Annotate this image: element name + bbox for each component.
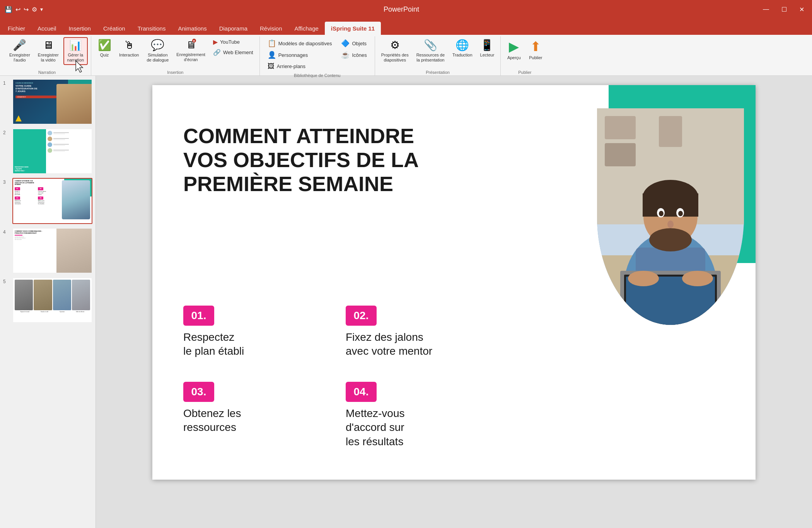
library-col2: 🔷 Objets ☕ Icônes (336, 37, 371, 72)
lecteur-icon: 📱 (480, 39, 494, 51)
quiz-label: Quiz (100, 53, 109, 58)
svg-point-16 (667, 220, 674, 228)
tab-revision[interactable]: Révision (254, 22, 288, 35)
publier-buttons: ▶ Aperçu ⬆ Publier (504, 37, 546, 69)
slide-item-text-03: Obtenez lesressources (183, 407, 315, 435)
slide-thumb-1[interactable]: COURS DE BIENVENUE VOTRE GUIDED'INTÉGRAT… (12, 79, 92, 125)
slide-item-2[interactable]: 2 BIENVENUE DANSL'ÉQUIPEMARKETING ! (3, 128, 92, 174)
objets-label: Objets (352, 41, 367, 46)
lecteur-button[interactable]: 📱 Lecteur (477, 37, 498, 59)
slide-item-04: 04. Mettez-vousd'accord surles résultats (346, 382, 477, 449)
slide-item-4[interactable]: 4 COMMENT NOUS COMMUNIQUONS :PRINCIPES F… (3, 228, 92, 273)
apercu-button[interactable]: ▶ Aperçu (504, 37, 524, 62)
slide-item-1[interactable]: 1 COURS DE BIENVENUE VOTRE GUIDED'INTÉGR… (3, 79, 92, 125)
slide-canvas[interactable]: COMMENT ATTEINDRE VOS OBJECTIFS DE LA PR… (152, 85, 756, 480)
app-title: PowerPoint (384, 5, 419, 14)
slide-thumb-2[interactable]: BIENVENUE DANSL'ÉQUIPEMARKETING ! (12, 128, 92, 174)
enregistrer-video-button[interactable]: 🖥 Enregistrerla vidéo (35, 37, 62, 64)
settings-icon[interactable]: ⚙ (32, 6, 37, 13)
slide-item-01: 01. Respectezle plan établi (183, 306, 315, 359)
slide-badge-04: 04. (346, 382, 377, 402)
tab-creation[interactable]: Création (97, 22, 131, 35)
personnages-button[interactable]: 👤 Personnages (264, 50, 335, 60)
tab-fichier[interactable]: Fichier (2, 22, 31, 35)
minimize-button[interactable]: — (760, 5, 772, 14)
enregistrer-audio-button[interactable]: 🎤 Enregistrerl'audio (6, 37, 33, 64)
arriere-plans-button[interactable]: 🖼 Arriere-plans (264, 61, 335, 72)
apercu-icon: ▶ (509, 39, 519, 54)
apercu-label: Aperçu (507, 55, 521, 60)
slide-thumb-5[interactable]: Espace de travail Snacks et café Gymnase… (12, 277, 92, 323)
youtube-button[interactable]: ▶ YouTube (210, 37, 256, 47)
publier-icon: ⬆ (530, 39, 541, 54)
traduction-icon: 🌐 (455, 39, 469, 51)
publier-label: Publier (529, 55, 542, 60)
svg-point-11 (649, 228, 692, 251)
microphone-icon: 🎤 (13, 39, 26, 51)
save-icon[interactable]: 💾 (5, 6, 12, 13)
ribbon-toolbar: 🎤 Enregistrerl'audio 🖥 Enregistrerla vid… (0, 35, 812, 76)
slide-item-text-04: Mettez-vousd'accord surles résultats (346, 407, 477, 449)
tab-accueil[interactable]: Accueil (31, 22, 62, 35)
slide-item-3[interactable]: 3 COMMENT ATTEINDRE VOSOBJECTIFS DE LA P… (3, 178, 92, 224)
slide-thumb-3[interactable]: COMMENT ATTEINDRE VOSOBJECTIFS DE LA PRE… (12, 178, 92, 224)
tab-animations[interactable]: Animations (172, 22, 213, 35)
man-photo-svg (597, 108, 744, 325)
publier-label: Publier (504, 69, 546, 75)
icones-button[interactable]: ☕ Icônes (338, 50, 370, 60)
bibliotheque-label: Bibliothèque de Contenu (263, 72, 372, 79)
publier-button[interactable]: ⬆ Publier (525, 37, 546, 62)
traduction-label: Traduction (452, 53, 473, 58)
tab-affichage[interactable]: Affichage (288, 22, 325, 35)
web-element-label: Web Element (223, 50, 253, 55)
ribbon-tabs: Fichier Accueil Insertion Création Trans… (0, 19, 812, 35)
slide-thumb-inner-3: COMMENT ATTEINDRE VOSOBJECTIFS DE LA PRE… (13, 179, 92, 223)
video-icon: 🖥 (43, 39, 54, 51)
personnages-label: Personnages (278, 52, 308, 58)
objets-button[interactable]: 🔷 Objets (338, 38, 370, 49)
link-icon: 🔗 (213, 49, 221, 56)
tab-ispring[interactable]: iSpring Suite 11 (325, 22, 381, 35)
undo-icon[interactable]: ↩ (15, 6, 20, 13)
tab-insertion[interactable]: Insertion (62, 22, 97, 35)
close-button[interactable]: ✕ (796, 5, 807, 14)
customize-icon[interactable]: ▾ (40, 6, 43, 12)
ressources-button[interactable]: 📎 Ressources dela présentation (413, 37, 448, 64)
simulation-dialogue-button[interactable]: 💬 Simulationde dialogue (143, 37, 172, 64)
web-element-button[interactable]: 🔗 Web Element (210, 48, 256, 57)
slide-item-5[interactable]: 5 Espace de travail Snacks et café (3, 277, 92, 323)
svg-point-20 (628, 271, 659, 286)
narration-label: Narration (6, 69, 88, 75)
svg-rect-4 (659, 116, 682, 147)
library-section: 📋 Modèles de diapositives 👤 Personnages … (263, 37, 372, 72)
icones-label: Icônes (352, 52, 367, 58)
traduction-button[interactable]: 🌐 Traduction (449, 37, 476, 59)
slide-item-03: 03. Obtenez lesressources (183, 382, 315, 449)
interaction-button[interactable]: 🖱 Interaction (116, 37, 142, 59)
tab-diaporama[interactable]: Diaporama (213, 22, 254, 35)
slide-panel: 1 COURS DE BIENVENUE VOTRE GUIDED'INTÉGR… (0, 76, 96, 528)
bibliotheque-group: 📋 Modèles de diapositives 👤 Personnages … (260, 36, 375, 75)
gerer-narration-button[interactable]: 📊 Gérer lanarration (63, 37, 88, 65)
svg-point-14 (659, 211, 664, 216)
narration-group: 🎤 Enregistrerl'audio 🖥 Enregistrerla vid… (3, 36, 91, 75)
redo-icon[interactable]: ↪ (24, 6, 29, 13)
insertion-group: ✅ Quiz 🖱 Interaction 💬 Simulationde dial… (91, 36, 260, 75)
web-buttons: ▶ YouTube 🔗 Web Element (210, 37, 256, 57)
presentation-label: Présentation (378, 69, 498, 75)
titlebar-left: 💾 ↩ ↪ ⚙ ▾ (5, 6, 43, 13)
modeles-button[interactable]: 📋 Modèles de diapositives (264, 38, 335, 49)
tab-transitions[interactable]: Transitions (131, 22, 172, 35)
youtube-label: YouTube (220, 39, 240, 45)
enregistrement-ecran-button[interactable]: 🖥● Enregistrementd'écran (173, 37, 208, 64)
interaction-icon: 🖱 (124, 39, 135, 51)
photo-inner (597, 108, 744, 325)
quiz-button[interactable]: ✅ Quiz (94, 37, 114, 59)
proprietes-button[interactable]: ⚙ Propriétés desdiapositives (378, 37, 412, 64)
publier-group: ▶ Aperçu ⬆ Publier Publier (501, 36, 549, 75)
slide-thumb-4[interactable]: COMMENT NOUS COMMUNIQUONS :PRINCIPES FON… (12, 228, 92, 273)
slide-item-text-02: Fixez des jalonsavec votre mentor (346, 330, 477, 359)
personnages-icon: 👤 (268, 51, 276, 59)
quiz-icon: ✅ (98, 39, 111, 51)
maximize-button[interactable]: ☐ (778, 5, 790, 14)
